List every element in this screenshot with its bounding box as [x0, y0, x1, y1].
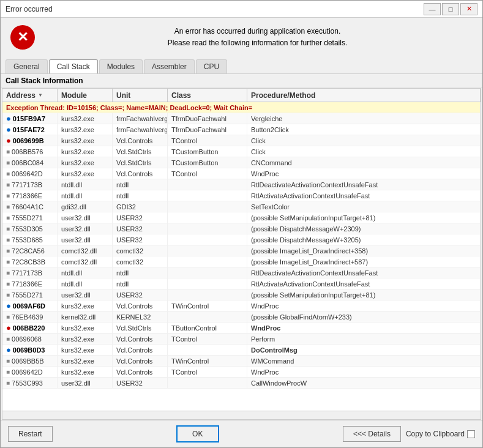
row-unit: Vcl.StdCtrls: [113, 157, 168, 168]
row-address: ■ 006BC084: [2, 157, 58, 168]
table-body[interactable]: Exception Thread: ID=10156; Class=; Name…: [2, 102, 481, 411]
table-row: ■ 7717173B ntdll.dll ntdll RtlDeactivate…: [2, 179, 481, 190]
row-proc: (possible DispatchMessageW+3205): [247, 234, 481, 245]
close-button[interactable]: ✕: [460, 3, 477, 15]
row-address: ■ 72C8CB3B: [2, 256, 58, 267]
row-unit: Vcl.Controls: [113, 168, 168, 179]
row-module: comctl32.dll: [58, 256, 113, 267]
row-proc: CNCommand: [247, 157, 481, 168]
table-row: ■ 00696068 kurs32.exe Vcl.Controls TCont…: [2, 334, 481, 345]
row-address: ■ 76604A1C: [2, 201, 58, 212]
copy-label-text: Copy to Clipboard: [406, 430, 465, 438]
row-unit: Vcl.StdCtrls: [113, 146, 168, 157]
details-button[interactable]: <<< Details: [343, 426, 401, 442]
row-class: TControl: [168, 334, 247, 344]
row-icon: ●: [6, 301, 11, 310]
table-header: Address▼ Module Unit Class Procedure/Met…: [2, 89, 481, 102]
row-unit: Vcl.Controls: [113, 135, 168, 146]
row-proc: WndProc: [247, 323, 481, 333]
maximize-button[interactable]: □: [442, 3, 459, 15]
row-icon: ■: [6, 192, 10, 199]
table-row: ■ 7555D271 user32.dll USER32 (possible S…: [2, 289, 481, 301]
row-proc: (possible DispatchMessageW+2309): [247, 223, 481, 234]
row-module: user32.dll: [58, 223, 113, 234]
row-address: ■ 7555D271: [2, 212, 58, 223]
row-unit: GDI32: [113, 201, 168, 212]
row-class: TfrmDuoFachwahl: [168, 113, 247, 124]
row-class: TButtonControl: [168, 323, 247, 333]
row-address: ■ 7717173B: [2, 179, 58, 190]
table-row: ■ 7718366E ntdll.dll ntdll RtlActivateAc…: [2, 278, 481, 289]
row-icon: ■: [6, 313, 10, 320]
row-class: TControl: [168, 367, 247, 377]
row-proc: Vergleiche: [247, 113, 481, 124]
row-unit: frmFachwahlvergleich: [113, 124, 168, 135]
col-proc: Procedure/Method: [247, 89, 481, 102]
restart-button[interactable]: Restart: [8, 426, 53, 442]
row-class: [168, 223, 247, 234]
table-row: ■ 006BC084 kurs32.exe Vcl.StdCtrls TCust…: [2, 157, 481, 168]
row-class: [168, 179, 247, 190]
row-proc: SetTextColor: [247, 201, 481, 212]
row-module: user32.dll: [58, 289, 113, 300]
table-row: ■ 7553D685 user32.dll USER32 (possible D…: [2, 234, 481, 245]
table-row: ■ 0069642D kurs32.exe Vcl.Controls TCont…: [2, 367, 481, 378]
row-proc: (possible ImageList_DrawIndirect+358): [247, 245, 481, 256]
row-module: kernel32.dll: [58, 312, 113, 322]
col-unit: Unit: [113, 89, 168, 102]
row-icon: ■: [6, 379, 10, 386]
row-class: TControl: [168, 135, 247, 146]
row-unit: comctl32: [113, 245, 168, 256]
row-unit: ntdll: [113, 190, 168, 201]
error-header: ✕ An error has occurred during applicati…: [1, 18, 482, 57]
row-class: TCustomButton: [168, 157, 247, 168]
row-icon: ■: [6, 335, 10, 342]
row-address: ● 015FAE72: [2, 124, 58, 135]
row-unit: USER32: [113, 378, 168, 388]
exception-row-text: Exception Thread: ID=10156; Class=; Name…: [2, 102, 481, 113]
row-class: [168, 278, 247, 289]
row-proc: DoControlMsg: [247, 345, 481, 355]
row-module: kurs32.exe: [58, 113, 113, 124]
row-icon: ■: [6, 269, 10, 276]
horizontal-scrollbar[interactable]: [2, 411, 481, 419]
row-unit: ntdll: [113, 278, 168, 289]
row-unit: Vcl.Controls: [113, 356, 168, 366]
row-address: ■ 006BB576: [2, 146, 58, 157]
tab-cpu[interactable]: CPU: [196, 59, 227, 73]
row-proc: WndProc: [247, 367, 481, 377]
tab-assembler[interactable]: Assembler: [144, 59, 195, 73]
table-row: ■ 72C8CA56 comctl32.dll comctl32 (possib…: [2, 245, 481, 256]
row-icon: ■: [6, 357, 10, 364]
copy-checkbox[interactable]: [467, 430, 475, 438]
minimize-button[interactable]: —: [424, 3, 441, 15]
row-proc: Click: [247, 146, 481, 157]
row-module: kurs32.exe: [58, 135, 113, 146]
row-class: [168, 345, 247, 355]
row-icon: ■: [6, 159, 10, 166]
row-class: TWinControl: [168, 356, 247, 366]
row-icon: ●: [6, 114, 11, 123]
window-controls: — □ ✕: [424, 3, 477, 15]
error-line1: An error has occurred during application…: [42, 26, 473, 37]
tab-callstack[interactable]: Call Stack: [49, 59, 98, 73]
col-address: Address▼: [2, 89, 58, 102]
row-icon: ●: [6, 125, 11, 134]
row-icon: ●: [6, 136, 11, 145]
tab-general[interactable]: General: [6, 59, 48, 73]
row-module: gdi32.dll: [58, 201, 113, 212]
error-text: An error has occurred during application…: [42, 26, 473, 49]
ok-button[interactable]: OK: [176, 425, 219, 442]
row-unit: USER32: [113, 289, 168, 300]
row-icon: ●: [6, 345, 11, 354]
row-icon: ■: [6, 203, 10, 210]
row-module: ntdll.dll: [58, 190, 113, 201]
row-address: ● 0069B0D3: [2, 345, 58, 355]
row-class: [168, 245, 247, 256]
tabs-bar: General Call Stack Modules Assembler CPU: [1, 57, 482, 74]
tab-modules[interactable]: Modules: [99, 59, 143, 73]
row-unit: comctl32: [113, 256, 168, 267]
row-icon: ■: [6, 181, 10, 188]
row-unit: Vcl.Controls: [113, 334, 168, 344]
row-module: ntdll.dll: [58, 278, 113, 289]
